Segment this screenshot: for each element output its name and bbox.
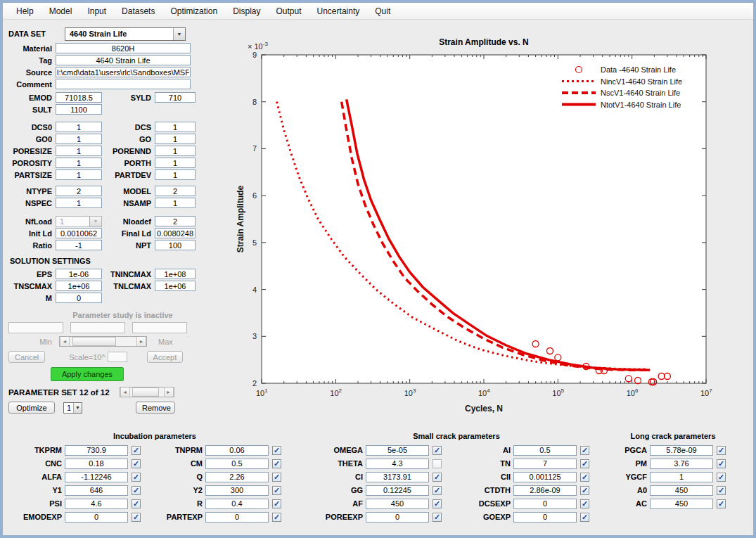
psi-checkbox[interactable]: ✓ <box>132 499 141 508</box>
gg-checkbox[interactable]: ✓ <box>433 486 442 495</box>
nfload-select[interactable]: 1▼ <box>56 216 102 227</box>
pgca-checkbox[interactable]: ✓ <box>717 446 726 455</box>
eps-input[interactable] <box>56 269 102 279</box>
m-input[interactable] <box>56 293 102 303</box>
dcsexp-checkbox[interactable]: ✓ <box>580 499 589 508</box>
q-input[interactable] <box>205 472 269 482</box>
slider-left-arrow-icon[interactable]: ◄ <box>60 337 70 346</box>
go0-input[interactable] <box>56 134 102 144</box>
cm-input[interactable] <box>205 459 269 469</box>
accept-button[interactable]: Accept <box>147 351 184 363</box>
ci-checkbox[interactable]: ✓ <box>433 473 442 482</box>
study-field-3[interactable] <box>132 322 187 333</box>
go-input[interactable] <box>155 134 196 144</box>
ntype-input[interactable] <box>56 186 102 196</box>
chevron-down-icon[interactable]: ▼ <box>73 403 82 413</box>
parameter-set-slider[interactable]: ◄ ► <box>120 387 174 397</box>
chevron-down-icon[interactable]: ▼ <box>173 28 185 40</box>
partdev-input[interactable] <box>155 169 196 180</box>
porosity-input[interactable] <box>56 158 102 168</box>
syld-input[interactable] <box>155 92 196 103</box>
y1-checkbox[interactable]: ✓ <box>132 486 141 495</box>
goexp-input[interactable] <box>513 512 577 523</box>
theta-checkbox[interactable] <box>433 459 442 468</box>
study-slider[interactable]: ◄ ► <box>59 336 147 347</box>
tnprm-checkbox[interactable]: ✓ <box>272 446 281 455</box>
tnprm-input[interactable] <box>205 445 269 456</box>
ac-input[interactable] <box>650 499 713 509</box>
ygcf-input[interactable] <box>650 472 713 482</box>
dcs0-input[interactable] <box>56 122 102 132</box>
a0-input[interactable] <box>650 485 713 496</box>
final-ld-input[interactable] <box>155 228 196 238</box>
ai-input[interactable] <box>513 445 577 456</box>
poresize-input[interactable] <box>56 146 102 156</box>
chevron-down-icon[interactable]: ▼ <box>89 217 101 226</box>
emod-input[interactable] <box>56 92 102 103</box>
menu-input[interactable]: Input <box>79 4 114 19</box>
psi-input[interactable] <box>65 499 128 509</box>
q-checkbox[interactable]: ✓ <box>272 473 281 482</box>
menu-quit[interactable]: Quit <box>367 4 398 19</box>
ac-checkbox[interactable]: ✓ <box>717 499 726 508</box>
nsamp-input[interactable] <box>155 198 196 208</box>
scale-input[interactable] <box>108 352 127 362</box>
menu-optimization[interactable]: Optimization <box>162 4 225 19</box>
cancel-button[interactable]: Cancel <box>8 351 45 363</box>
porth-input[interactable] <box>155 158 196 168</box>
partexp-checkbox[interactable]: ✓ <box>272 513 281 522</box>
emodexp-input[interactable] <box>65 512 128 523</box>
slider-right-arrow-icon[interactable]: ► <box>136 337 146 346</box>
menu-output[interactable]: Output <box>269 4 309 19</box>
ygcf-checkbox[interactable]: ✓ <box>717 473 726 482</box>
dcs-input[interactable] <box>155 122 196 132</box>
ci-input[interactable] <box>366 472 429 482</box>
cii-checkbox[interactable]: ✓ <box>580 473 589 482</box>
ctdth-input[interactable] <box>513 485 577 496</box>
ratio-input[interactable] <box>56 240 102 250</box>
r-input[interactable] <box>205 499 269 509</box>
nspec-input[interactable] <box>56 198 102 208</box>
menu-display[interactable]: Display <box>225 4 268 19</box>
omega-checkbox[interactable]: ✓ <box>433 446 442 455</box>
tkprm-checkbox[interactable]: ✓ <box>132 446 141 455</box>
dataset-dropdown[interactable]: 4640 Strain Life ▼ <box>65 27 186 41</box>
cii-input[interactable] <box>513 472 577 482</box>
alfa-input[interactable] <box>65 472 128 482</box>
npt-input[interactable] <box>155 240 196 250</box>
y1-input[interactable] <box>65 485 128 496</box>
init-ld-input[interactable] <box>56 228 102 238</box>
porennd-input[interactable] <box>155 146 196 156</box>
menu-datasets[interactable]: Datasets <box>114 4 162 19</box>
emodexp-checkbox[interactable]: ✓ <box>132 513 141 522</box>
source-input[interactable] <box>56 67 191 77</box>
y2-checkbox[interactable]: ✓ <box>272 486 281 495</box>
pm-input[interactable] <box>650 459 713 469</box>
pgca-input[interactable] <box>650 445 713 456</box>
tn-input[interactable] <box>513 459 577 469</box>
alfa-checkbox[interactable]: ✓ <box>132 473 141 482</box>
cm-checkbox[interactable]: ✓ <box>272 459 281 468</box>
apply-changes-button[interactable]: Apply changes <box>51 367 124 381</box>
tn-checkbox[interactable]: ✓ <box>580 459 589 468</box>
af-input[interactable] <box>366 499 429 509</box>
model-input[interactable] <box>155 186 196 196</box>
poreexp-checkbox[interactable]: ✓ <box>433 513 442 522</box>
nloadef-input[interactable] <box>155 216 196 226</box>
study-slider-thumb[interactable] <box>72 337 116 346</box>
poreexp-input[interactable] <box>366 512 429 523</box>
material-input[interactable] <box>56 43 191 53</box>
r-checkbox[interactable]: ✓ <box>272 499 281 508</box>
menu-help[interactable]: Help <box>8 4 41 19</box>
cnc-checkbox[interactable]: ✓ <box>132 459 141 468</box>
tkprm-input[interactable] <box>65 445 128 456</box>
y2-input[interactable] <box>205 485 269 496</box>
omega-input[interactable] <box>366 445 429 456</box>
cnc-input[interactable] <box>65 459 128 469</box>
ctdth-checkbox[interactable]: ✓ <box>580 486 589 495</box>
study-field-2[interactable] <box>70 322 125 333</box>
pset-left-arrow-icon[interactable]: ◄ <box>120 388 130 397</box>
study-field-1[interactable] <box>8 322 63 333</box>
partsize-input[interactable] <box>56 169 102 180</box>
pm-checkbox[interactable]: ✓ <box>717 459 726 468</box>
